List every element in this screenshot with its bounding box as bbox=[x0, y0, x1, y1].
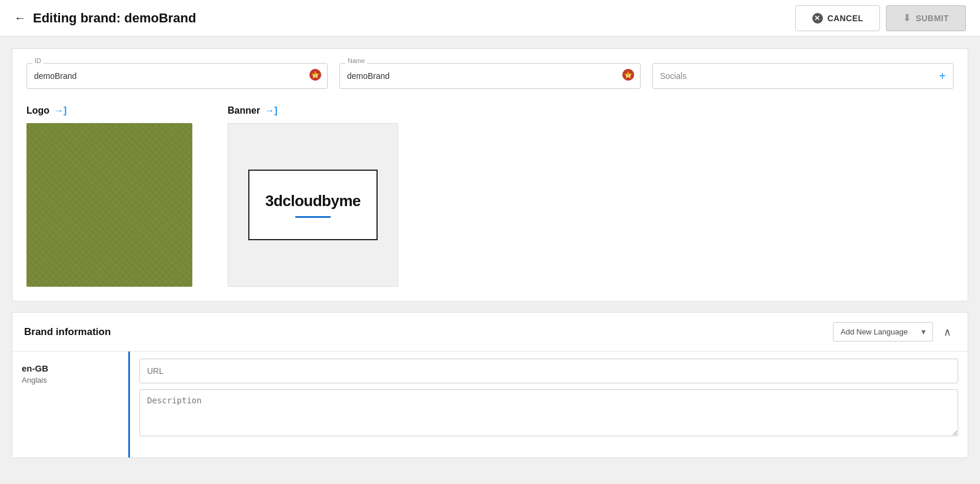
fields-row: ID v2 Name v2 bbox=[26, 63, 954, 89]
banner-link-icon[interactable]: →] bbox=[265, 105, 277, 116]
banner-text: 3dcloudbyme bbox=[265, 192, 361, 210]
url-input[interactable] bbox=[139, 359, 958, 383]
name-input[interactable] bbox=[339, 63, 641, 89]
main-content: ID v2 Name v2 bbox=[0, 37, 980, 458]
lang-fields bbox=[130, 352, 968, 458]
cancel-x-icon: ✕ bbox=[812, 13, 823, 24]
page-title: Editing brand: demoBrand bbox=[33, 11, 196, 26]
brand-info-header: Brand information Add New Language ▼ ∧ bbox=[12, 313, 968, 352]
header-actions: ✕ CANCEL ⬇ SUBMIT bbox=[795, 5, 966, 31]
page-header: ← Editing brand: demoBrand ✕ CANCEL ⬇ SU… bbox=[0, 0, 980, 37]
id-label: ID bbox=[32, 57, 44, 64]
lang-name: Anglais bbox=[22, 376, 119, 384]
name-field-group: Name v2 bbox=[339, 63, 641, 89]
brand-info-controls: Add New Language ▼ ∧ bbox=[833, 322, 956, 342]
header-left: ← Editing brand: demoBrand bbox=[14, 11, 196, 26]
svg-text:v2: v2 bbox=[626, 73, 631, 78]
submit-button[interactable]: ⬇ SUBMIT bbox=[886, 5, 966, 31]
banner-section: Banner →] 3dcloudbyme bbox=[228, 105, 398, 287]
name-label: Name bbox=[345, 57, 367, 64]
lang-tab: en-GB Anglais bbox=[12, 352, 130, 458]
banner-inner: 3dcloudbyme bbox=[248, 170, 378, 240]
cancel-button[interactable]: ✕ CANCEL bbox=[795, 5, 881, 31]
cancel-label: CANCEL bbox=[828, 14, 864, 23]
lang-content: en-GB Anglais bbox=[12, 352, 968, 458]
top-card: ID v2 Name v2 bbox=[12, 48, 968, 301]
socials-wrapper: Socials + bbox=[652, 63, 954, 89]
brand-info-title: Brand information bbox=[24, 326, 111, 338]
logo-label-text: Logo bbox=[26, 105, 49, 116]
name-validation-icon: v2 bbox=[622, 68, 635, 84]
banner-label-text: Banner bbox=[228, 105, 260, 116]
description-textarea[interactable] bbox=[139, 389, 958, 436]
logo-image[interactable] bbox=[26, 123, 192, 287]
media-row: Logo →] Banner →] 3dcloudbyme bbox=[26, 105, 954, 287]
submit-icon: ⬇ bbox=[903, 12, 911, 24]
add-language-select[interactable]: Add New Language bbox=[833, 322, 933, 342]
id-input[interactable] bbox=[26, 63, 328, 89]
id-validation-icon: v2 bbox=[309, 68, 322, 84]
banner-label: Banner →] bbox=[228, 105, 398, 116]
lang-select-wrapper: Add New Language ▼ bbox=[833, 322, 933, 342]
id-field-group: ID v2 bbox=[26, 63, 328, 89]
socials-placeholder: Socials bbox=[660, 71, 686, 81]
socials-add-button[interactable]: + bbox=[939, 70, 946, 82]
submit-label: SUBMIT bbox=[916, 14, 949, 23]
logo-link-icon[interactable]: →] bbox=[54, 105, 66, 116]
logo-section: Logo →] bbox=[26, 105, 192, 287]
back-button[interactable]: ← bbox=[14, 11, 26, 25]
socials-field-group: Socials + bbox=[652, 63, 954, 89]
svg-text:v2: v2 bbox=[313, 73, 318, 78]
banner-container[interactable]: 3dcloudbyme bbox=[228, 123, 398, 287]
collapse-button[interactable]: ∧ bbox=[939, 323, 956, 341]
logo-label: Logo →] bbox=[26, 105, 192, 116]
banner-underline bbox=[295, 216, 331, 218]
lang-code: en-GB bbox=[22, 363, 119, 373]
brand-info-card: Brand information Add New Language ▼ ∧ e… bbox=[12, 312, 968, 458]
